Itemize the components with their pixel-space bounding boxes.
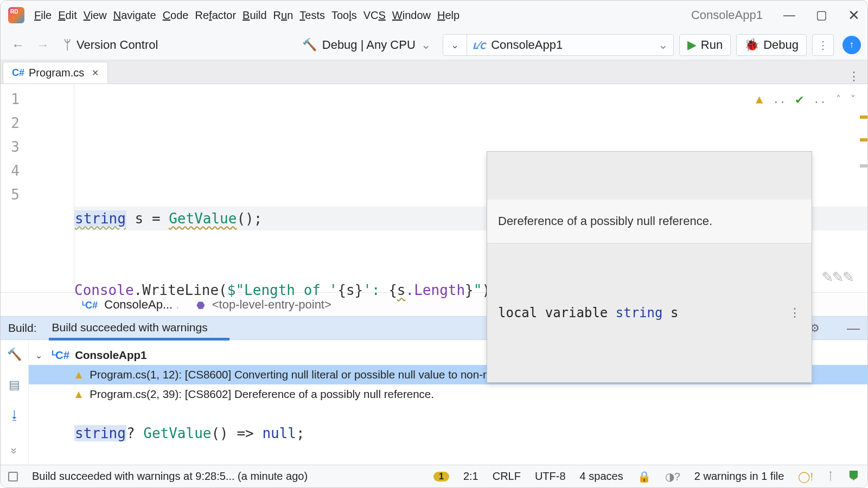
minimize-button[interactable]: —	[783, 8, 795, 22]
code-text: ();	[237, 210, 262, 227]
editor: 1 2 3 4 5 string s = GetValue(); Console…	[1, 84, 867, 292]
build-summary-tab[interactable]: Build succeeded with warnings	[52, 321, 208, 335]
expand-icon[interactable]: »	[8, 448, 21, 454]
code-area[interactable]: string s = GetValue(); Console.WriteLine…	[74, 84, 867, 292]
debug-button[interactable]: 🐞 Debug	[736, 34, 807, 56]
run-config-history[interactable]: ⌄	[443, 35, 467, 55]
line-gutter: 1 2 3 4 5	[1, 84, 74, 292]
var-ref: s	[397, 282, 406, 298]
menu-build[interactable]: Build	[242, 9, 266, 22]
menu-tests[interactable]: Tests	[299, 9, 325, 22]
window-controls: ConsoleApp1 — ▢ ✕	[691, 7, 860, 24]
warning-icon: ▲	[756, 87, 763, 111]
menu-tools[interactable]: Tools	[331, 9, 357, 22]
tooltip-more-icon[interactable]: ⋮	[789, 301, 801, 325]
tab-label: Program.cs	[29, 67, 84, 79]
menu-view[interactable]: View	[84, 9, 107, 22]
string: Length of '	[244, 282, 337, 298]
export-icon[interactable]: ⭳	[9, 408, 21, 422]
menu-run[interactable]: Run	[273, 9, 293, 22]
code-tooltip: Dereference of a possibly null reference…	[487, 151, 812, 383]
warning-marker[interactable]	[860, 115, 867, 119]
chevron-down-icon: ⌄	[421, 38, 431, 52]
play-icon: ▶	[687, 38, 697, 52]
code-text: s =	[126, 210, 169, 227]
nav-back-icon[interactable]: ←	[11, 37, 24, 53]
run-config-label: ConsoleApp1	[491, 38, 563, 52]
tooltip-post: s	[662, 301, 678, 325]
titlebar: File Edit View Navigate Code Refactor Bu…	[1, 1, 867, 30]
run-button[interactable]: ▶ Run	[679, 34, 731, 56]
chevron-down-icon[interactable]: ˅	[851, 87, 856, 111]
function-def: GetValue	[143, 425, 211, 441]
keyword: string	[74, 425, 126, 441]
sync-button[interactable]: ↑	[843, 36, 861, 54]
chevron-up-icon[interactable]: ˄	[836, 87, 841, 111]
close-tab-icon[interactable]: ✕	[92, 68, 99, 78]
check-icon: ✔	[795, 87, 803, 111]
close-button[interactable]: ✕	[848, 7, 860, 24]
edit-markers-icon: ✎✎✎	[822, 264, 853, 288]
menu-vcs[interactable]: VCS	[363, 9, 386, 22]
version-control-label: Version Control	[76, 38, 158, 52]
menu-navigate[interactable]: Navigate	[113, 9, 156, 22]
info-marker[interactable]	[860, 164, 867, 168]
string: ':	[363, 282, 388, 298]
csharp-icon: ʟ⁄ᴄ	[473, 38, 486, 52]
app-icon	[8, 7, 24, 23]
tool-window-toggle[interactable]	[8, 472, 18, 481]
line-number: 2	[1, 111, 20, 135]
menu-edit[interactable]: Edit	[58, 9, 76, 22]
menu-help[interactable]: Help	[437, 9, 459, 22]
chevron-down-icon[interactable]: ⌄	[35, 350, 46, 361]
string: "	[474, 282, 482, 298]
menu-window[interactable]: Window	[392, 9, 431, 22]
branch-icon: ᛘ	[63, 37, 71, 53]
chevron-down-icon: ⌄	[451, 39, 459, 51]
tabs-more-button[interactable]: ⋮	[848, 69, 860, 84]
line-number: 1	[1, 87, 20, 111]
hammer-icon: 🔨	[302, 38, 317, 52]
build-config-label: Debug | Any CPU	[322, 38, 416, 52]
code-text: () =>	[211, 425, 262, 441]
line-number: 5	[1, 183, 20, 207]
inspection-widget[interactable]: ▲.. ✔.. ˄ ˅	[756, 87, 856, 111]
csharp-icon: ᴸC#	[52, 349, 69, 362]
arrow-up-icon: ↑	[850, 39, 854, 50]
keyword: string	[74, 210, 126, 227]
more-actions-button[interactable]: ⋮	[812, 34, 834, 56]
tooltip-pre: local variable	[498, 301, 616, 325]
nav-forward-icon[interactable]: →	[36, 37, 49, 53]
warning-marker[interactable]	[860, 138, 867, 142]
menu-file[interactable]: File	[34, 9, 52, 22]
bug-icon: 🐞	[744, 38, 759, 52]
kebab-icon: ⋮	[818, 38, 828, 52]
tab-program-cs[interactable]: C# Program.cs ✕	[3, 62, 108, 84]
code-text: .WriteLine(	[134, 282, 227, 298]
main-toolbar: ← → ᛘ Version Control 🔨 Debug | Any CPU …	[1, 30, 867, 60]
editor-tabs: C# Program.cs ✕ ⋮	[1, 60, 867, 84]
keyword-null: null	[262, 425, 296, 441]
build-config-dropdown[interactable]: 🔨 Debug | Any CPU ⌄	[296, 36, 437, 54]
version-control-button[interactable]: ᛘ Version Control	[63, 37, 158, 53]
layout-icon[interactable]: ▤	[9, 378, 20, 392]
tooltip-title: Dereference of a possibly null reference…	[487, 200, 812, 243]
menu-code[interactable]: Code	[163, 9, 189, 22]
code-text: ;	[296, 425, 305, 441]
run-config-dropdown[interactable]: ʟ⁄ᴄ ConsoleApp1 ⌄	[467, 38, 673, 52]
maximize-button[interactable]: ▢	[816, 8, 827, 22]
error-stripe[interactable]	[859, 84, 867, 292]
main-menu: File Edit View Navigate Code Refactor Bu…	[34, 9, 466, 22]
function-call: GetValue	[169, 210, 237, 227]
menu-refactor[interactable]: Refactor	[195, 9, 236, 22]
interp: {s}	[337, 282, 363, 298]
member: .Length	[406, 282, 465, 298]
brace: }	[465, 282, 474, 298]
hammer-icon[interactable]: 🔨	[7, 348, 22, 362]
string: $"	[227, 282, 244, 298]
line-number: 4	[1, 159, 20, 183]
build-tool-rail: 🔨 ▤ ⭳ »	[1, 340, 29, 465]
csharp-badge: C#	[12, 67, 24, 79]
line-number: 3	[1, 135, 20, 159]
build-panel-title: Build:	[8, 322, 37, 335]
